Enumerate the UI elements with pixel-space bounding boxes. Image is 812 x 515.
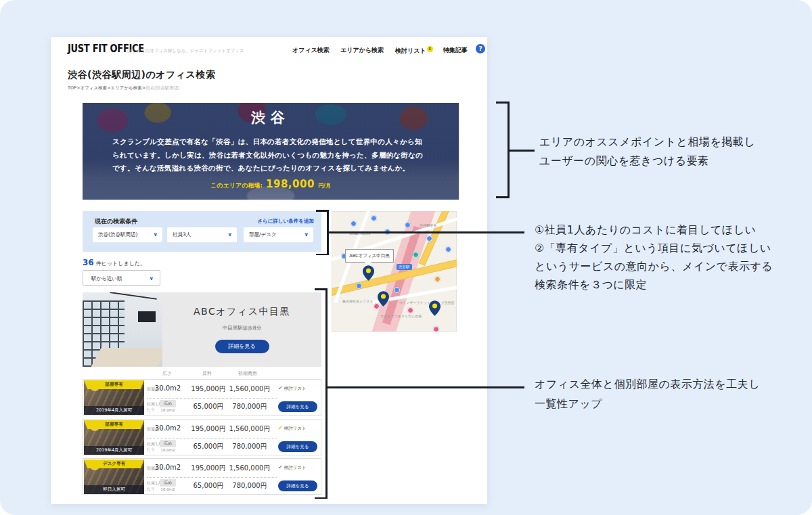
tv-screen <box>138 311 156 322</box>
initial-cost-value: 1,560,000円 <box>229 464 271 473</box>
site-tagline: はじめてのオフィス探しなら、ジャストフィットオフィス <box>127 48 244 54</box>
row-divider <box>147 398 277 399</box>
rent-per-person: 65,000円 <box>194 481 224 491</box>
office-card: ABCオフィス中目黒 中目黒駅徒歩8分 詳細を見る <box>83 292 321 367</box>
bracket-1-top-arm <box>496 102 509 104</box>
col-rent: 賃料 <box>202 370 212 377</box>
result-map[interactable]: SHIBUYA109 渋谷郵便局 株式会社光トラスト ウインザーラケットショップ… <box>332 211 457 332</box>
size-value: 30.0m2 <box>155 384 181 392</box>
area-hero-banner: 渋谷 スクランブル交差点で有名な「渋谷」は、日本の若者文化の発信地として世界中の… <box>83 103 459 200</box>
map-marker-dot <box>394 287 400 293</box>
type-dropdown[interactable]: 部屋/デスク∨ <box>244 227 313 242</box>
nav-area-search[interactable]: エリアから検索 <box>340 46 384 55</box>
map-marker-dot <box>356 283 362 289</box>
bracket-2-top-arm <box>316 210 328 212</box>
exclusive-type-ribbon: デスク専有 <box>84 460 144 468</box>
ceiling-beam <box>110 292 157 300</box>
nav-featured-articles[interactable]: 特集記事 <box>443 46 468 55</box>
rent-value: 195,000円 <box>191 384 225 394</box>
map-place-label: コスモプラネタリウム渋谷 <box>380 314 422 318</box>
check-icon: ✔ <box>278 385 283 391</box>
annotation-search: ①社員1人あたりのコストに着目してほしい ②「専有タイプ」という項目に気づいてほ… <box>535 221 773 294</box>
initial-per-person: 780,000円 <box>232 481 267 491</box>
office-name: ABCオフィス中目黒 <box>162 306 321 318</box>
size-badge: 広め <box>160 479 176 487</box>
bracket-3-bottom-arm <box>315 497 327 499</box>
area-market-price: このエリアの相場: 198,000 円/月 <box>83 177 459 190</box>
room-listing-row[interactable]: 部屋専有 2019年4月入居可 部屋あたり 30.0m2 195,000円 1,… <box>83 379 321 416</box>
search-conditions-panel: 現在の検索条件 さらに詳しい条件を追加 渋谷(渋谷駅周辺)∨ 社員3人∨ 部屋/… <box>83 211 321 252</box>
area-description: スクランブル交差点で有名な「渋谷」は、日本の若者文化の発信地として世界中の人々か… <box>83 135 459 175</box>
annotated-screenshot: JUST FIT OFFICE はじめてのオフィス探しなら、ジャストフィットオフ… <box>0 0 812 515</box>
check-icon: ✔ <box>278 425 283 431</box>
add-conditions-link[interactable]: さらに詳しい条件を追加 <box>257 218 314 225</box>
bracket-3-vertical <box>325 288 328 499</box>
page-title: 渋谷(渋谷駅周辺)のオフィス検索 <box>68 69 215 81</box>
map-place-label: ウインザーラケットショップ渋谷店 <box>399 300 454 305</box>
size-per-person: 16.0m2 <box>160 408 175 412</box>
availability-label: 即日入居可 <box>84 485 144 494</box>
col-size: 広さ <box>162 370 172 377</box>
size-badge: 広め <box>160 400 176 407</box>
chevron-down-icon: ∨ <box>150 271 154 286</box>
map-marker-dot <box>371 215 377 221</box>
row-detail-button[interactable]: 詳細を見る <box>278 480 317 491</box>
office-card-body: ABCオフィス中目黒 中目黒駅徒歩8分 詳細を見る <box>162 292 321 367</box>
station-label: 渋谷駅 <box>397 264 412 270</box>
initial-cost-value: 1,560,000円 <box>229 424 271 434</box>
map-marker-dot <box>434 276 441 282</box>
area-dropdown[interactable]: 渋谷(渋谷駅周辺)∨ <box>93 227 162 242</box>
size-per-person: 16.0m2 <box>160 487 175 491</box>
map-place-label: 株式会社光トラスト <box>342 299 373 303</box>
office-map-pin[interactable] <box>378 291 389 307</box>
price-value: 198,000 <box>266 178 315 190</box>
check-icon: ✔ <box>278 464 283 470</box>
area-name-heading: 渋谷 <box>83 108 459 127</box>
map-marker-dot <box>413 252 419 258</box>
room-thumbnail: 部屋専有 2019年4月入居可 <box>84 380 144 415</box>
annotation-hero: エリアのオススメポイントと相場を掲載し ユーザーの関心を惹きつける要素 <box>539 133 755 171</box>
office-photo <box>83 292 162 367</box>
exclusive-type-ribbon: 部屋専有 <box>84 420 144 429</box>
rent-per-person: 65,000円 <box>194 442 224 451</box>
sort-dropdown[interactable]: 駅から近い順∨ <box>83 270 160 286</box>
meeting-table <box>91 348 162 367</box>
map-place-label: 渋谷郵便局 <box>420 223 436 227</box>
map-marker-dot <box>407 307 413 313</box>
room-listing-row[interactable]: デスク専有 即日入居可 部屋あたり 30.0m2 195,000円 1,560,… <box>83 458 321 495</box>
map-marker-dot <box>445 246 451 252</box>
size-per-person: 16.0m2 <box>160 448 175 452</box>
room-thumbnail: デスク専有 即日入居可 <box>84 460 144 494</box>
results-count: 36件ヒットしました。 <box>83 258 145 267</box>
initial-per-person: 780,000円 <box>232 442 267 451</box>
row-detail-button[interactable]: 詳細を見る <box>278 441 317 452</box>
rent-per-person: 65,000円 <box>194 402 224 411</box>
bracket-2-connector <box>327 231 524 233</box>
row-detail-button[interactable]: 詳細を見る <box>278 401 317 412</box>
search-conditions-label: 現在の検索条件 <box>95 217 137 226</box>
room-listing-row[interactable]: 部屋専有 2019年4月入居可 部屋あたり 30.0m2 195,000円 1,… <box>83 419 321 455</box>
price-unit: 円/月 <box>318 183 331 189</box>
nav-office-search[interactable]: オフィス検索 <box>292 46 330 55</box>
size-value: 30.0m2 <box>155 424 181 432</box>
office-detail-button[interactable]: 詳細を見る <box>215 340 269 353</box>
rent-value: 195,000円 <box>191 424 225 434</box>
size-badge: 広め <box>160 440 176 447</box>
map-marker-dot <box>351 221 357 227</box>
add-to-list-button[interactable]: ✔検討リスト <box>278 464 307 471</box>
row-divider <box>147 477 277 478</box>
map-marker-dot <box>426 236 432 242</box>
bracket-1-connector <box>508 150 535 152</box>
col-initial-cost: 初期費用 <box>238 370 257 377</box>
help-icon[interactable]: ? <box>476 44 485 53</box>
nav-consideration-list[interactable]: 検討リスト5 <box>395 46 433 55</box>
employees-dropdown[interactable]: 社員3人∨ <box>167 227 237 242</box>
add-to-list-button[interactable]: ✔検討リスト <box>278 385 307 392</box>
website-page: JUST FIT OFFICE はじめてのオフィス探しなら、ジャストフィットオフ… <box>51 37 487 504</box>
office-map-pin[interactable] <box>363 265 374 281</box>
size-value: 30.0m2 <box>155 464 181 471</box>
office-map-pin[interactable] <box>429 300 441 316</box>
room-thumbnail: 部屋専有 2019年4月入居可 <box>84 420 144 455</box>
add-to-list-button[interactable]: ✔検討リスト <box>278 425 307 432</box>
exclusive-type-ribbon: 部屋専有 <box>84 380 144 389</box>
